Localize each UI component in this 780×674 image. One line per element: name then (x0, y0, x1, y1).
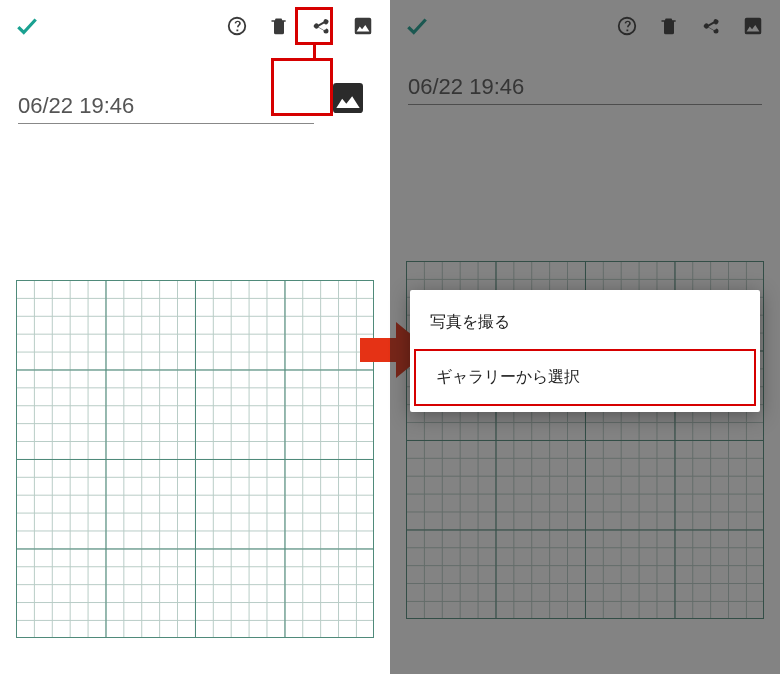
trash-icon[interactable] (266, 13, 292, 39)
screen-before: 06/22 19:46 (0, 0, 390, 674)
graph-canvas[interactable] (16, 280, 374, 638)
title-row: 06/22 19:46 (0, 52, 390, 130)
menu-item-take-photo[interactable]: 写真を撮る (410, 296, 760, 349)
title-input[interactable]: 06/22 19:46 (18, 93, 314, 124)
image-icon[interactable] (350, 13, 376, 39)
image-source-menu: 写真を撮る ギャラリーから選択 (410, 290, 760, 412)
toolbar (0, 0, 390, 52)
insert-image-button[interactable] (324, 74, 372, 122)
menu-item-choose-gallery[interactable]: ギャラリーから選択 (414, 349, 756, 406)
check-icon[interactable] (14, 13, 40, 39)
annotation-connector (313, 44, 316, 59)
share-icon[interactable] (308, 13, 334, 39)
help-icon[interactable] (224, 13, 250, 39)
screen-after: 06/22 19:46 写真を撮る ギャラリーから選択 (390, 0, 780, 674)
title-text: 06/22 19:46 (18, 93, 134, 118)
